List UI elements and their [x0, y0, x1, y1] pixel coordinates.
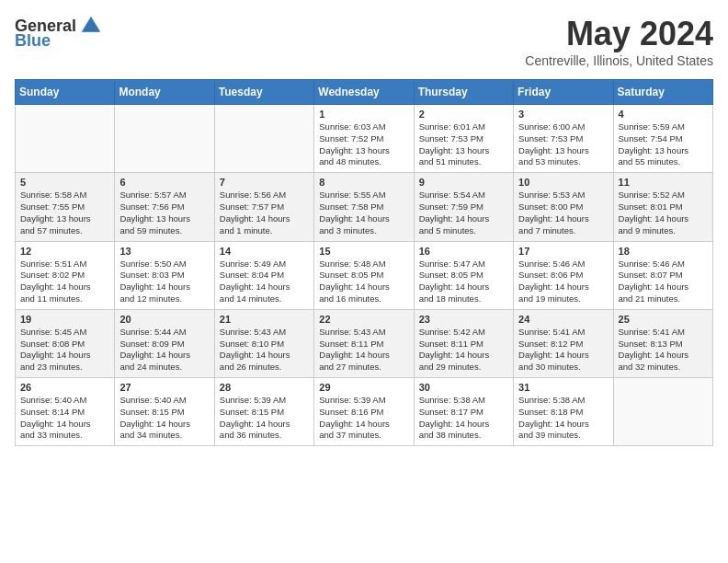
day-info: Sunrise: 5:43 AM Sunset: 8:10 PM Dayligh… [220, 327, 309, 373]
day-number: 12 [20, 246, 109, 257]
calendar-cell [115, 105, 214, 173]
day-info: Sunrise: 5:44 AM Sunset: 8:09 PM Dayligh… [119, 327, 209, 373]
calendar-cell: 12Sunrise: 5:51 AM Sunset: 8:02 PM Dayli… [16, 241, 115, 309]
day-number: 29 [319, 382, 408, 393]
day-number: 9 [419, 177, 508, 188]
calendar-cell: 31Sunrise: 5:38 AM Sunset: 8:18 PM Dayli… [514, 378, 613, 446]
calendar-week-4: 19Sunrise: 5:45 AM Sunset: 8:08 PM Dayli… [16, 309, 713, 377]
calendar-cell: 26Sunrise: 5:40 AM Sunset: 8:14 PM Dayli… [16, 378, 115, 446]
day-number: 14 [220, 246, 309, 257]
day-number: 1 [319, 109, 408, 120]
calendar-cell: 5Sunrise: 5:58 AM Sunset: 7:55 PM Daylig… [16, 173, 115, 241]
day-number: 28 [220, 382, 309, 393]
day-number: 21 [220, 314, 309, 325]
calendar-cell [214, 105, 313, 173]
calendar-cell: 6Sunrise: 5:57 AM Sunset: 7:56 PM Daylig… [115, 173, 214, 241]
day-number: 4 [619, 109, 708, 120]
calendar-cell: 17Sunrise: 5:46 AM Sunset: 8:06 PM Dayli… [514, 241, 613, 309]
day-info: Sunrise: 5:41 AM Sunset: 8:12 PM Dayligh… [518, 327, 608, 373]
calendar-cell: 23Sunrise: 5:42 AM Sunset: 8:11 PM Dayli… [414, 309, 513, 377]
day-info: Sunrise: 5:56 AM Sunset: 7:57 PM Dayligh… [220, 190, 309, 236]
day-number: 16 [419, 246, 508, 257]
day-info: Sunrise: 5:45 AM Sunset: 8:08 PM Dayligh… [20, 327, 109, 373]
location-subtitle: Centreville, Illinois, United States [525, 53, 713, 68]
calendar-cell: 4Sunrise: 5:59 AM Sunset: 7:54 PM Daylig… [613, 105, 712, 173]
day-info: Sunrise: 5:38 AM Sunset: 8:17 PM Dayligh… [419, 395, 508, 442]
calendar-cell: 20Sunrise: 5:44 AM Sunset: 8:09 PM Dayli… [115, 309, 214, 377]
calendar-cell: 1Sunrise: 6:03 AM Sunset: 7:52 PM Daylig… [314, 105, 414, 173]
calendar-cell: 8Sunrise: 5:55 AM Sunset: 7:58 PM Daylig… [314, 173, 414, 241]
calendar-cell: 25Sunrise: 5:41 AM Sunset: 8:13 PM Dayli… [613, 309, 712, 377]
day-header-sunday: Sunday [16, 80, 115, 105]
day-number: 11 [619, 177, 708, 188]
day-info: Sunrise: 6:01 AM Sunset: 7:53 PM Dayligh… [419, 121, 508, 168]
day-info: Sunrise: 6:00 AM Sunset: 7:53 PM Dayligh… [518, 121, 608, 168]
day-number: 27 [119, 382, 209, 393]
logo-icon [80, 15, 102, 37]
day-number: 26 [20, 382, 109, 393]
day-number: 31 [518, 382, 608, 393]
day-info: Sunrise: 5:51 AM Sunset: 8:02 PM Dayligh… [20, 259, 109, 305]
day-info: Sunrise: 5:55 AM Sunset: 7:58 PM Dayligh… [319, 190, 408, 236]
day-number: 19 [20, 314, 109, 325]
calendar-cell: 3Sunrise: 6:00 AM Sunset: 7:53 PM Daylig… [514, 105, 613, 173]
calendar-cell: 16Sunrise: 5:47 AM Sunset: 8:05 PM Dayli… [414, 241, 513, 309]
day-header-tuesday: Tuesday [214, 80, 313, 105]
calendar-cell: 15Sunrise: 5:48 AM Sunset: 8:05 PM Dayli… [314, 241, 414, 309]
day-number: 23 [419, 314, 508, 325]
calendar-cell: 18Sunrise: 5:46 AM Sunset: 8:07 PM Dayli… [613, 241, 712, 309]
day-header-wednesday: Wednesday [314, 80, 414, 105]
page-header: General Blue May 2024 Centreville, Illin… [15, 15, 713, 68]
day-info: Sunrise: 5:40 AM Sunset: 8:15 PM Dayligh… [119, 395, 209, 442]
day-info: Sunrise: 5:43 AM Sunset: 8:11 PM Dayligh… [319, 327, 408, 373]
day-info: Sunrise: 6:03 AM Sunset: 7:52 PM Dayligh… [319, 121, 408, 168]
day-number: 2 [419, 109, 508, 120]
day-header-monday: Monday [115, 80, 214, 105]
calendar-cell: 21Sunrise: 5:43 AM Sunset: 8:10 PM Dayli… [214, 309, 313, 377]
day-number: 3 [518, 109, 608, 120]
calendar-cell: 22Sunrise: 5:43 AM Sunset: 8:11 PM Dayli… [314, 309, 414, 377]
calendar-cell: 24Sunrise: 5:41 AM Sunset: 8:12 PM Dayli… [514, 309, 613, 377]
calendar-table: SundayMondayTuesdayWednesdayThursdayFrid… [15, 79, 713, 446]
day-info: Sunrise: 5:49 AM Sunset: 8:04 PM Dayligh… [220, 259, 309, 305]
day-info: Sunrise: 5:47 AM Sunset: 8:05 PM Dayligh… [419, 259, 508, 305]
calendar-week-2: 5Sunrise: 5:58 AM Sunset: 7:55 PM Daylig… [16, 173, 713, 241]
day-header-friday: Friday [514, 80, 613, 105]
day-info: Sunrise: 5:39 AM Sunset: 8:16 PM Dayligh… [319, 395, 408, 442]
day-number: 8 [319, 177, 408, 188]
logo-blue-text: Blue [15, 31, 51, 51]
calendar-week-1: 1Sunrise: 6:03 AM Sunset: 7:52 PM Daylig… [16, 105, 713, 173]
day-info: Sunrise: 5:48 AM Sunset: 8:05 PM Dayligh… [319, 259, 408, 305]
day-number: 30 [419, 382, 508, 393]
day-info: Sunrise: 5:38 AM Sunset: 8:18 PM Dayligh… [518, 395, 608, 442]
day-header-thursday: Thursday [414, 80, 513, 105]
day-info: Sunrise: 5:54 AM Sunset: 7:59 PM Dayligh… [419, 190, 508, 236]
calendar-cell [613, 378, 712, 446]
day-number: 6 [119, 177, 209, 188]
day-number: 22 [319, 314, 408, 325]
calendar-cell: 14Sunrise: 5:49 AM Sunset: 8:04 PM Dayli… [214, 241, 313, 309]
calendar-cell: 7Sunrise: 5:56 AM Sunset: 7:57 PM Daylig… [214, 173, 313, 241]
month-title: May 2024 [525, 15, 713, 53]
day-number: 13 [119, 246, 209, 257]
calendar-header-row: SundayMondayTuesdayWednesdayThursdayFrid… [16, 80, 713, 105]
calendar-week-5: 26Sunrise: 5:40 AM Sunset: 8:14 PM Dayli… [16, 378, 713, 446]
day-number: 20 [119, 314, 209, 325]
calendar-cell: 2Sunrise: 6:01 AM Sunset: 7:53 PM Daylig… [414, 105, 513, 173]
calendar-cell: 28Sunrise: 5:39 AM Sunset: 8:15 PM Dayli… [214, 378, 313, 446]
calendar-cell: 19Sunrise: 5:45 AM Sunset: 8:08 PM Dayli… [16, 309, 115, 377]
logo: General Blue [15, 15, 102, 51]
day-info: Sunrise: 5:46 AM Sunset: 8:07 PM Dayligh… [619, 259, 708, 305]
day-number: 17 [518, 246, 608, 257]
calendar-cell: 30Sunrise: 5:38 AM Sunset: 8:17 PM Dayli… [414, 378, 513, 446]
day-info: Sunrise: 5:39 AM Sunset: 8:15 PM Dayligh… [220, 395, 309, 442]
calendar-cell [16, 105, 115, 173]
day-info: Sunrise: 5:52 AM Sunset: 8:01 PM Dayligh… [619, 190, 708, 236]
day-number: 25 [619, 314, 708, 325]
day-info: Sunrise: 5:50 AM Sunset: 8:03 PM Dayligh… [119, 259, 209, 305]
day-info: Sunrise: 5:41 AM Sunset: 8:13 PM Dayligh… [619, 327, 708, 373]
calendar-cell: 27Sunrise: 5:40 AM Sunset: 8:15 PM Dayli… [115, 378, 214, 446]
day-number: 24 [518, 314, 608, 325]
calendar-cell: 29Sunrise: 5:39 AM Sunset: 8:16 PM Dayli… [314, 378, 414, 446]
day-info: Sunrise: 5:53 AM Sunset: 8:00 PM Dayligh… [518, 190, 608, 236]
